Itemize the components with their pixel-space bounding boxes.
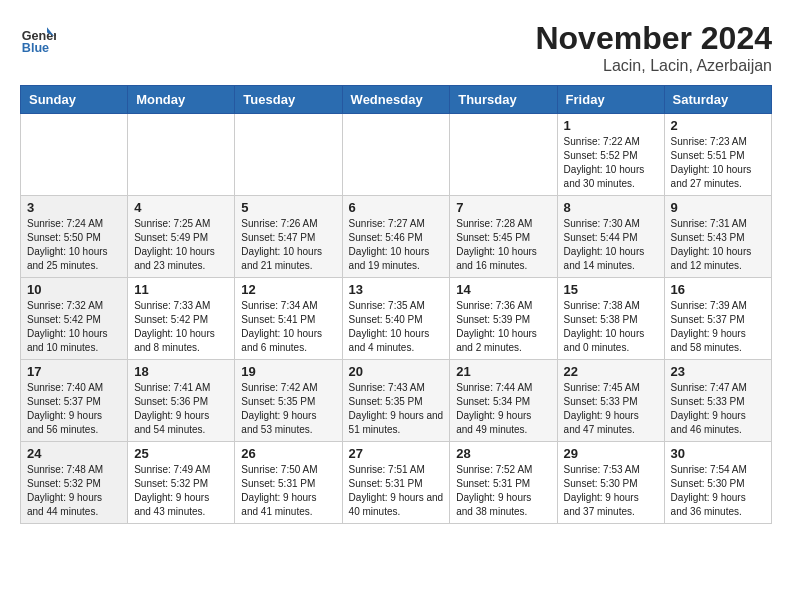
cell-content: 29Sunrise: 7:53 AM Sunset: 5:30 PM Dayli… bbox=[564, 446, 658, 519]
day-info: Sunrise: 7:23 AM Sunset: 5:51 PM Dayligh… bbox=[671, 135, 765, 191]
cell-content: 28Sunrise: 7:52 AM Sunset: 5:31 PM Dayli… bbox=[456, 446, 550, 519]
cell-content: 2Sunrise: 7:23 AM Sunset: 5:51 PM Daylig… bbox=[671, 118, 765, 191]
day-info: Sunrise: 7:49 AM Sunset: 5:32 PM Dayligh… bbox=[134, 463, 228, 519]
calendar-cell: 15Sunrise: 7:38 AM Sunset: 5:38 PM Dayli… bbox=[557, 278, 664, 360]
cell-content: 30Sunrise: 7:54 AM Sunset: 5:30 PM Dayli… bbox=[671, 446, 765, 519]
calendar-cell: 2Sunrise: 7:23 AM Sunset: 5:51 PM Daylig… bbox=[664, 114, 771, 196]
cell-content: 11Sunrise: 7:33 AM Sunset: 5:42 PM Dayli… bbox=[134, 282, 228, 355]
day-info: Sunrise: 7:31 AM Sunset: 5:43 PM Dayligh… bbox=[671, 217, 765, 273]
day-header-saturday: Saturday bbox=[664, 86, 771, 114]
calendar-cell: 18Sunrise: 7:41 AM Sunset: 5:36 PM Dayli… bbox=[128, 360, 235, 442]
calendar-week-row: 3Sunrise: 7:24 AM Sunset: 5:50 PM Daylig… bbox=[21, 196, 772, 278]
day-info: Sunrise: 7:30 AM Sunset: 5:44 PM Dayligh… bbox=[564, 217, 658, 273]
logo-icon: General Blue bbox=[20, 20, 56, 56]
day-info: Sunrise: 7:45 AM Sunset: 5:33 PM Dayligh… bbox=[564, 381, 658, 437]
day-number: 22 bbox=[564, 364, 658, 379]
calendar-cell: 6Sunrise: 7:27 AM Sunset: 5:46 PM Daylig… bbox=[342, 196, 450, 278]
day-info: Sunrise: 7:24 AM Sunset: 5:50 PM Dayligh… bbox=[27, 217, 121, 273]
calendar-cell: 1Sunrise: 7:22 AM Sunset: 5:52 PM Daylig… bbox=[557, 114, 664, 196]
day-info: Sunrise: 7:44 AM Sunset: 5:34 PM Dayligh… bbox=[456, 381, 550, 437]
cell-content: 7Sunrise: 7:28 AM Sunset: 5:45 PM Daylig… bbox=[456, 200, 550, 273]
day-number: 27 bbox=[349, 446, 444, 461]
day-number: 8 bbox=[564, 200, 658, 215]
day-info: Sunrise: 7:48 AM Sunset: 5:32 PM Dayligh… bbox=[27, 463, 121, 519]
day-number: 20 bbox=[349, 364, 444, 379]
day-number: 23 bbox=[671, 364, 765, 379]
day-number: 13 bbox=[349, 282, 444, 297]
cell-content: 17Sunrise: 7:40 AM Sunset: 5:37 PM Dayli… bbox=[27, 364, 121, 437]
day-number: 28 bbox=[456, 446, 550, 461]
day-info: Sunrise: 7:25 AM Sunset: 5:49 PM Dayligh… bbox=[134, 217, 228, 273]
day-info: Sunrise: 7:43 AM Sunset: 5:35 PM Dayligh… bbox=[349, 381, 444, 437]
cell-content: 14Sunrise: 7:36 AM Sunset: 5:39 PM Dayli… bbox=[456, 282, 550, 355]
cell-content: 10Sunrise: 7:32 AM Sunset: 5:42 PM Dayli… bbox=[27, 282, 121, 355]
calendar-cell: 30Sunrise: 7:54 AM Sunset: 5:30 PM Dayli… bbox=[664, 442, 771, 524]
day-info: Sunrise: 7:47 AM Sunset: 5:33 PM Dayligh… bbox=[671, 381, 765, 437]
calendar-week-row: 10Sunrise: 7:32 AM Sunset: 5:42 PM Dayli… bbox=[21, 278, 772, 360]
day-number: 4 bbox=[134, 200, 228, 215]
cell-content: 22Sunrise: 7:45 AM Sunset: 5:33 PM Dayli… bbox=[564, 364, 658, 437]
day-info: Sunrise: 7:41 AM Sunset: 5:36 PM Dayligh… bbox=[134, 381, 228, 437]
day-info: Sunrise: 7:42 AM Sunset: 5:35 PM Dayligh… bbox=[241, 381, 335, 437]
cell-content: 6Sunrise: 7:27 AM Sunset: 5:46 PM Daylig… bbox=[349, 200, 444, 273]
day-info: Sunrise: 7:38 AM Sunset: 5:38 PM Dayligh… bbox=[564, 299, 658, 355]
calendar-cell: 27Sunrise: 7:51 AM Sunset: 5:31 PM Dayli… bbox=[342, 442, 450, 524]
cell-content: 4Sunrise: 7:25 AM Sunset: 5:49 PM Daylig… bbox=[134, 200, 228, 273]
day-number: 18 bbox=[134, 364, 228, 379]
cell-content: 12Sunrise: 7:34 AM Sunset: 5:41 PM Dayli… bbox=[241, 282, 335, 355]
cell-content: 23Sunrise: 7:47 AM Sunset: 5:33 PM Dayli… bbox=[671, 364, 765, 437]
day-info: Sunrise: 7:28 AM Sunset: 5:45 PM Dayligh… bbox=[456, 217, 550, 273]
calendar-cell: 8Sunrise: 7:30 AM Sunset: 5:44 PM Daylig… bbox=[557, 196, 664, 278]
day-number: 17 bbox=[27, 364, 121, 379]
calendar-cell: 24Sunrise: 7:48 AM Sunset: 5:32 PM Dayli… bbox=[21, 442, 128, 524]
cell-content: 18Sunrise: 7:41 AM Sunset: 5:36 PM Dayli… bbox=[134, 364, 228, 437]
calendar-cell: 5Sunrise: 7:26 AM Sunset: 5:47 PM Daylig… bbox=[235, 196, 342, 278]
calendar-cell: 29Sunrise: 7:53 AM Sunset: 5:30 PM Dayli… bbox=[557, 442, 664, 524]
cell-content: 13Sunrise: 7:35 AM Sunset: 5:40 PM Dayli… bbox=[349, 282, 444, 355]
day-info: Sunrise: 7:50 AM Sunset: 5:31 PM Dayligh… bbox=[241, 463, 335, 519]
day-header-sunday: Sunday bbox=[21, 86, 128, 114]
day-number: 15 bbox=[564, 282, 658, 297]
cell-content: 16Sunrise: 7:39 AM Sunset: 5:37 PM Dayli… bbox=[671, 282, 765, 355]
day-number: 3 bbox=[27, 200, 121, 215]
calendar-table: SundayMondayTuesdayWednesdayThursdayFrid… bbox=[20, 85, 772, 524]
cell-content: 9Sunrise: 7:31 AM Sunset: 5:43 PM Daylig… bbox=[671, 200, 765, 273]
calendar-cell bbox=[21, 114, 128, 196]
day-info: Sunrise: 7:52 AM Sunset: 5:31 PM Dayligh… bbox=[456, 463, 550, 519]
cell-content: 25Sunrise: 7:49 AM Sunset: 5:32 PM Dayli… bbox=[134, 446, 228, 519]
cell-content: 19Sunrise: 7:42 AM Sunset: 5:35 PM Dayli… bbox=[241, 364, 335, 437]
calendar-cell: 7Sunrise: 7:28 AM Sunset: 5:45 PM Daylig… bbox=[450, 196, 557, 278]
day-info: Sunrise: 7:51 AM Sunset: 5:31 PM Dayligh… bbox=[349, 463, 444, 519]
calendar-cell: 26Sunrise: 7:50 AM Sunset: 5:31 PM Dayli… bbox=[235, 442, 342, 524]
calendar-cell: 9Sunrise: 7:31 AM Sunset: 5:43 PM Daylig… bbox=[664, 196, 771, 278]
month-year-title: November 2024 bbox=[535, 20, 772, 57]
calendar-cell bbox=[128, 114, 235, 196]
day-info: Sunrise: 7:27 AM Sunset: 5:46 PM Dayligh… bbox=[349, 217, 444, 273]
calendar-week-row: 24Sunrise: 7:48 AM Sunset: 5:32 PM Dayli… bbox=[21, 442, 772, 524]
page-header: General Blue November 2024 Lacin, Lacin,… bbox=[20, 20, 772, 75]
day-info: Sunrise: 7:53 AM Sunset: 5:30 PM Dayligh… bbox=[564, 463, 658, 519]
day-number: 16 bbox=[671, 282, 765, 297]
calendar-cell: 10Sunrise: 7:32 AM Sunset: 5:42 PM Dayli… bbox=[21, 278, 128, 360]
cell-content: 26Sunrise: 7:50 AM Sunset: 5:31 PM Dayli… bbox=[241, 446, 335, 519]
day-header-wednesday: Wednesday bbox=[342, 86, 450, 114]
calendar-week-row: 1Sunrise: 7:22 AM Sunset: 5:52 PM Daylig… bbox=[21, 114, 772, 196]
day-number: 19 bbox=[241, 364, 335, 379]
logo: General Blue bbox=[20, 20, 56, 56]
day-header-friday: Friday bbox=[557, 86, 664, 114]
day-info: Sunrise: 7:22 AM Sunset: 5:52 PM Dayligh… bbox=[564, 135, 658, 191]
cell-content: 20Sunrise: 7:43 AM Sunset: 5:35 PM Dayli… bbox=[349, 364, 444, 437]
calendar-cell: 19Sunrise: 7:42 AM Sunset: 5:35 PM Dayli… bbox=[235, 360, 342, 442]
day-number: 5 bbox=[241, 200, 335, 215]
calendar-cell: 21Sunrise: 7:44 AM Sunset: 5:34 PM Dayli… bbox=[450, 360, 557, 442]
day-number: 7 bbox=[456, 200, 550, 215]
calendar-week-row: 17Sunrise: 7:40 AM Sunset: 5:37 PM Dayli… bbox=[21, 360, 772, 442]
day-info: Sunrise: 7:36 AM Sunset: 5:39 PM Dayligh… bbox=[456, 299, 550, 355]
day-number: 21 bbox=[456, 364, 550, 379]
location-subtitle: Lacin, Lacin, Azerbaijan bbox=[535, 57, 772, 75]
day-number: 30 bbox=[671, 446, 765, 461]
calendar-cell bbox=[450, 114, 557, 196]
day-number: 10 bbox=[27, 282, 121, 297]
day-info: Sunrise: 7:54 AM Sunset: 5:30 PM Dayligh… bbox=[671, 463, 765, 519]
day-info: Sunrise: 7:35 AM Sunset: 5:40 PM Dayligh… bbox=[349, 299, 444, 355]
